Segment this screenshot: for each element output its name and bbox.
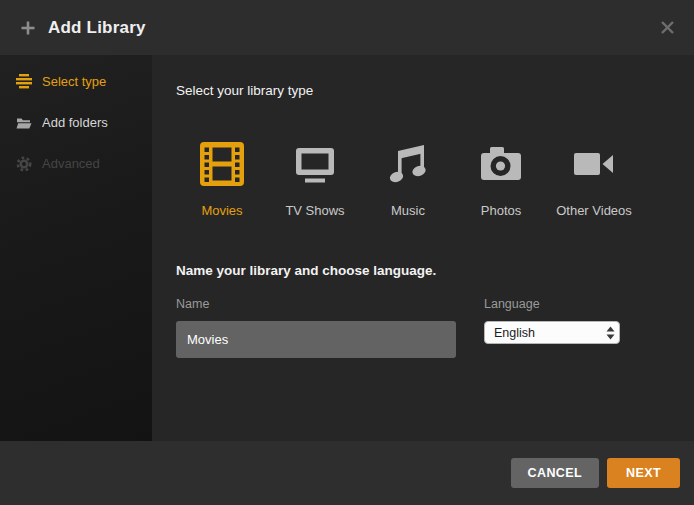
library-type-label: Other Videos [556,203,632,218]
library-type-label: Photos [481,203,521,218]
name-language-heading: Name your library and choose language. [176,263,670,278]
fields-row: Name Language English [176,297,670,358]
library-type-movies[interactable]: Movies [186,142,258,218]
folder-icon [16,115,32,130]
video-camera-icon [572,142,616,190]
music-note-icon [386,142,430,190]
sidebar-item-select-type[interactable]: Select type [0,61,152,102]
main-panel: Select your library type [152,55,694,441]
library-type-photos[interactable]: Photos [465,142,537,218]
library-type-music[interactable]: Music [372,142,444,218]
sidebar-item-label: Select type [42,74,106,89]
gear-icon [16,156,32,171]
tv-icon [293,142,337,190]
language-field-label: Language [484,297,620,311]
language-select[interactable]: English [484,321,620,344]
library-type-other-videos[interactable]: Other Videos [558,142,630,218]
cancel-button[interactable]: CANCEL [511,458,599,488]
select-arrows-icon [606,326,615,340]
library-type-row: Movies TV Shows [176,142,670,218]
camera-icon [479,142,523,190]
name-field-label: Name [176,297,456,311]
dialog-title: Add Library [48,18,146,38]
name-field-group: Name [176,297,456,358]
add-library-dialog: Add Library Select type [0,0,694,505]
sidebar-item-label: Advanced [42,156,100,171]
sidebar: Select type Add folders Advanced [0,55,152,441]
sidebar-item-add-folders[interactable]: Add folders [0,102,152,143]
library-name-input[interactable] [176,321,456,358]
select-type-lines-icon [16,74,32,89]
library-type-label: Music [391,203,425,218]
close-icon[interactable] [656,17,678,39]
library-type-tv-shows[interactable]: TV Shows [279,142,351,218]
next-button[interactable]: NEXT [607,458,680,488]
dialog-header: Add Library [0,0,694,55]
library-type-label: Movies [201,203,242,218]
plus-icon [20,20,36,36]
sidebar-item-advanced[interactable]: Advanced [0,143,152,184]
library-type-label: TV Shows [285,203,344,218]
library-type-heading: Select your library type [176,83,670,98]
sidebar-item-label: Add folders [42,115,108,130]
dialog-footer: CANCEL NEXT [0,441,694,505]
language-field-group: Language English [484,297,620,358]
film-icon [200,142,244,190]
language-select-value: English [494,326,535,340]
